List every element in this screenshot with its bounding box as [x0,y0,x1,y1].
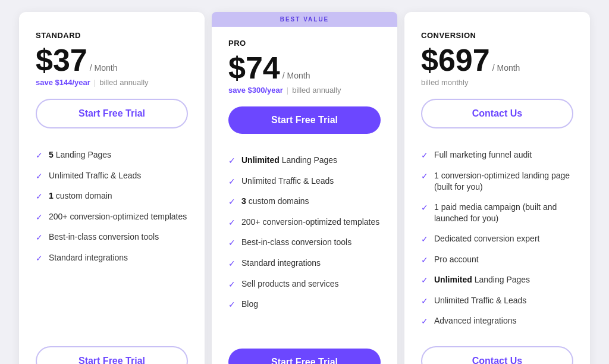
check-icon: ✓ [36,191,43,203]
feature-text: Blog [241,299,258,310]
divider: | [287,86,288,95]
feature-text: Dedicated conversion expert [434,233,539,245]
check-icon: ✓ [228,217,236,229]
feature-bold: Unlimited [241,155,280,165]
feature-text: Standard integrations [49,252,128,264]
feature-item: ✓ Advanced integrations [421,311,573,332]
check-icon: ✓ [228,258,236,270]
check-icon: ✓ [36,253,43,265]
pricing-section: STANDARD $37 / Month save $144/year |bil… [19,12,590,364]
standard-cta-bottom[interactable]: Start Free Trial [36,346,188,364]
billing-text: billed annually [292,86,341,95]
price-period: / Month [492,63,520,73]
feature-item: ✓ Full marketing funnel audit [421,145,573,166]
features-list: ✓ 5 Landing Pages ✓ Unlimited Traffic & … [36,145,188,332]
feature-text: Pro account [434,254,479,266]
conversion-cta-top[interactable]: Contact Us [421,99,573,128]
feature-item: ✓ 1 conversion-optimized landing page (b… [421,166,573,197]
check-icon: ✓ [421,202,428,214]
feature-text: 1 paid media campaign (built and launche… [434,202,573,225]
feature-text: 1 conversion-optimized landing page (bui… [434,170,573,193]
feature-item: ✓ Unlimited Traffic & Leads [36,166,188,187]
check-icon: ✓ [228,176,236,188]
pricing-card-standard: STANDARD $37 / Month save $144/year |bil… [19,12,205,364]
check-icon: ✓ [36,212,43,224]
save-text: save $300/year [228,86,283,95]
feature-item: ✓ 200+ conversion-optimized templates [36,207,188,228]
feature-bold: Unlimited [434,275,472,284]
feature-item: ✓ 3 custom domains [228,192,381,212]
feature-item: ✓ Unlimited Landing Pages [421,270,573,291]
price-period: / Month [90,63,118,73]
feature-text: 200+ conversion-optimized templates [241,216,379,228]
feature-item: ✓ 200+ conversion-optimized templates [228,212,381,233]
check-icon: ✓ [421,255,428,266]
plan-name: STANDARD [36,31,188,40]
save-text: save $144/year [36,78,90,87]
price-subtitle: save $144/year |billed annually [36,78,188,87]
feature-item: ✓ Sell products and services [228,274,381,295]
check-icon: ✓ [421,296,428,307]
feature-item: ✓ 1 paid media campaign (built and launc… [421,197,573,229]
billing-text: billed annually [99,78,148,87]
price-period: / Month [282,71,310,80]
check-icon: ✓ [228,237,236,249]
feature-bold: 5 [49,150,54,159]
check-icon: ✓ [228,299,236,311]
feature-item: ✓ Unlimited Traffic & Leads [421,291,573,312]
check-icon: ✓ [36,171,43,183]
feature-item: ✓ Best-in-class conversion tools [36,227,188,248]
feature-text: Unlimited Traffic & Leads [434,295,526,307]
feature-item: ✓ 1 custom domain [36,186,188,207]
feature-text: Unlimited Traffic & Leads [49,170,141,182]
check-icon: ✓ [228,155,236,167]
feature-text: 3 custom domains [241,196,309,208]
price-row: $74 / Month [228,52,381,83]
check-icon: ✓ [421,150,428,162]
plan-name: CONVERSION [421,31,573,40]
feature-item: ✓ 5 Landing Pages [36,145,188,166]
feature-text: Best-in-class conversion tools [49,231,159,243]
feature-text: Advanced integrations [434,315,517,327]
check-icon: ✓ [36,150,43,162]
plan-name: PRO [228,39,381,48]
feature-item: ✓ Blog [228,294,381,315]
check-icon: ✓ [421,275,428,287]
feature-text: Full marketing funnel audit [434,149,532,161]
feature-text: Sell products and services [241,278,338,290]
feature-text: 1 custom domain [49,190,112,202]
price-amount: $697 [421,45,490,76]
feature-item: ✓ Pro account [421,250,573,271]
best-value-banner: BEST VALUE [212,12,397,27]
check-icon: ✓ [421,171,428,183]
check-icon: ✓ [421,234,428,246]
feature-text: Unlimited Traffic & Leads [241,175,334,187]
feature-item: ✓ Unlimited Traffic & Leads [228,171,381,192]
feature-text: 200+ conversion-optimized templates [49,211,187,223]
check-icon: ✓ [421,316,428,328]
price-subtitle: billed monthly [421,78,573,87]
price-row: $37 / Month [36,45,188,76]
price-row: $697 / Month [421,45,573,76]
pricing-card-conversion: CONVERSION $697 / Month billed monthly C… [404,12,590,364]
pro-cta-bottom[interactable]: Start Free Trial [228,349,381,364]
price-amount: $37 [36,45,87,76]
conversion-cta-bottom[interactable]: Contact Us [421,346,573,364]
check-icon: ✓ [228,196,236,208]
billing-text: billed monthly [421,78,469,87]
feature-text: Unlimited Landing Pages [241,155,337,167]
divider: | [94,78,96,87]
feature-item: ✓ Dedicated conversion expert [421,229,573,250]
feature-item: ✓ Unlimited Landing Pages [228,150,381,171]
price-amount: $74 [228,52,280,83]
feature-item: ✓ Standard integrations [36,248,188,269]
check-icon: ✓ [228,279,236,291]
feature-text: Standard integrations [241,258,321,269]
pricing-card-pro: BEST VALUEPRO $74 / Month save $300/year… [212,12,397,364]
pro-cta-top[interactable]: Start Free Trial [228,106,381,134]
feature-text: Unlimited Landing Pages [434,274,530,286]
standard-cta-top[interactable]: Start Free Trial [36,99,188,128]
features-list: ✓ Full marketing funnel audit ✓ 1 conver… [421,145,573,332]
feature-bold: 1 [49,191,54,200]
feature-text: Best-in-class conversion tools [241,237,351,249]
